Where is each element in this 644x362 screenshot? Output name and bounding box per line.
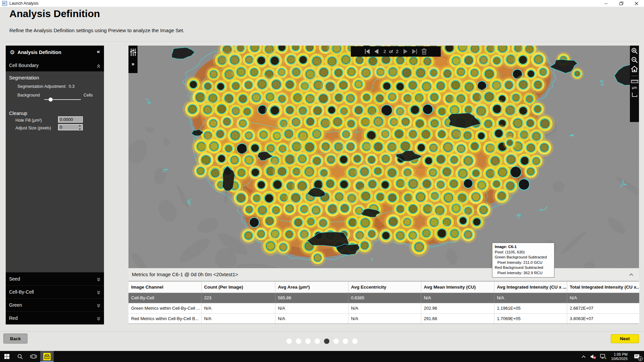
close-button[interactable] [629,0,644,7]
spinner-stepper[interactable] [78,125,82,130]
table-column-header[interactable]: Avg Eccentricity [348,281,421,293]
microscopy-image[interactable] [128,46,639,268]
chevron-down-icon[interactable] [97,290,101,296]
section-cell-by-cell[interactable]: Cell-By-Cell [6,285,104,298]
slider-left-label: Background [17,93,40,98]
table-column-header[interactable]: Count (Per Image) [201,281,275,293]
window-titlebar: IC Launch Analysis [0,0,644,7]
pagination-dot[interactable] [315,339,320,344]
table-row[interactable]: Green Metrics within Cell-By-Cell ...N/A… [128,303,639,313]
zoom-out-icon[interactable] [631,57,638,63]
minimize-button[interactable] [599,0,614,7]
chevron-down-icon[interactable] [97,303,101,309]
metrics-table: Image ChannelCount (Per Image)Avg Area (… [128,281,639,324]
scale-unit-label: µm [632,86,637,89]
expand-panel-icon[interactable]: » [131,61,135,67]
table-cell: Red Metrics within Cell-By-Cell B... [128,313,201,324]
pagination-dot[interactable] [352,339,358,344]
home-zoom-icon[interactable] [631,66,638,72]
table-cell: 291.68 [421,313,494,324]
chevron-up-icon[interactable] [97,63,101,69]
table-cell: 585.86 [275,293,348,303]
panel-collapse-icon[interactable]: « [97,48,100,55]
section-red[interactable]: Red [6,311,104,324]
pagination-dot[interactable] [305,339,311,344]
image-preview-viewer[interactable]: » 2of2 µm [128,46,639,268]
pagination-dot[interactable] [333,339,339,344]
pagination-dot[interactable] [286,339,292,344]
table-column-header[interactable]: Total Integrated Intensity (CU x... [567,281,639,293]
metrics-collapse-icon[interactable] [629,272,634,278]
panel-title: Analysis Definition [17,50,61,55]
tray-chevron-up-icon[interactable] [580,351,587,362]
table-cell: 1.1961E+05 [494,303,567,313]
notification-center-icon[interactable]: 2 [632,351,642,362]
tooltip-image-name: Image: C6-1 [495,245,552,249]
launch-analysis-window: IC Launch Analysis Analysis Definition R… [0,0,644,362]
adjust-size-input[interactable]: 0 [58,124,83,130]
network-warning-icon[interactable] [599,351,607,362]
hole-fill-label: Hole Fill (µm²) [15,118,42,123]
zoom-in-icon[interactable] [631,48,638,54]
pixel-info-tooltip: Image: C6-1 Pixel: (1105, 630) Green Bac… [492,243,554,278]
pagination-dot[interactable] [343,339,348,344]
levels-adjust-icon[interactable] [130,48,137,56]
image-nav-toolbar: 2of2 [351,46,441,57]
ruler-icon[interactable] [631,79,638,83]
chevron-down-icon[interactable] [97,316,101,322]
metrics-panel: Metrics for Image C6-1 @ 0d 0h 0m <20xte… [128,268,639,325]
tooltip-red-value: Pixel Intensity: 362.9 RCU [495,271,552,276]
incucyte-app-icon [43,353,51,360]
table-cell: N/A [494,293,567,303]
pagination-dot[interactable] [324,339,329,344]
last-image-button[interactable] [412,49,417,54]
table-cell: N/A [201,303,275,313]
clock-time: 1:05 PM [611,352,628,357]
table-column-header[interactable]: Image Channel [128,281,201,293]
start-button[interactable] [0,351,13,362]
pagination-dot[interactable] [296,339,301,344]
image-counter: 2of2 [383,49,398,54]
gear-icon: ⚙ [10,50,15,55]
section-green[interactable]: Green [6,298,104,311]
restore-button[interactable] [614,0,629,7]
section-cell-boundary[interactable]: Cell Boundary [6,59,104,71]
first-image-button[interactable] [365,49,370,54]
taskbar-app-incucyte[interactable] [40,351,54,362]
footer-divider [0,331,644,331]
scale-bar-icon[interactable] [632,92,638,97]
section-seed[interactable]: Seed [6,272,104,285]
slider-knob[interactable] [49,98,53,102]
table-cell: N/A [201,313,275,324]
task-view-icon[interactable] [27,351,40,362]
segmentation-heading: Segmentation [9,75,39,80]
table-row[interactable]: Red Metrics within Cell-By-Cell B...N/AN… [128,313,639,324]
search-icon[interactable] [13,351,27,362]
table-cell: 0.6385 [348,293,421,303]
notification-badge: 2 [638,356,643,361]
table-column-header[interactable]: Avg Area (µm²) [275,281,348,293]
table-row[interactable]: Cell-By-Cell223585.860.6385N/AN/AN/A [128,293,639,303]
table-cell: N/A [348,303,421,313]
table-column-header[interactable]: Avg Integrated Intensity (CU x ... [494,281,567,293]
slider-right-label: Cells [84,93,93,98]
table-cell: Green Metrics within Cell-By-Cell ... [128,303,201,313]
table-cell: 2.6672E+07 [567,303,639,313]
system-tray: 1:05 PM 10/6/2025 2 [580,351,644,362]
chevron-down-icon[interactable] [97,277,101,283]
header-divider [5,41,639,42]
background-cells-slider[interactable] [44,99,81,100]
taskbar-clock[interactable]: 1:05 PM 10/6/2025 [611,352,628,361]
next-image-button[interactable] [403,49,408,54]
segmentation-adjustment-label: Segmentation Adjustment: 0.3 [17,84,74,89]
page-title: Analysis Definition [9,8,100,19]
delete-image-button[interactable] [421,48,427,55]
volume-muted-icon[interactable] [590,351,597,362]
window-title: Launch Analysis [9,1,39,6]
viewer-zoom-toolbar: µm [630,46,639,122]
next-button[interactable]: Next [611,334,639,343]
segmentation-adjustment-value: 0.3 [69,84,74,89]
hole-fill-input[interactable]: 0.0000 [58,116,83,123]
table-column-header[interactable]: Avg Mean Intensity (CU) [421,281,494,293]
previous-image-button[interactable] [374,49,379,54]
